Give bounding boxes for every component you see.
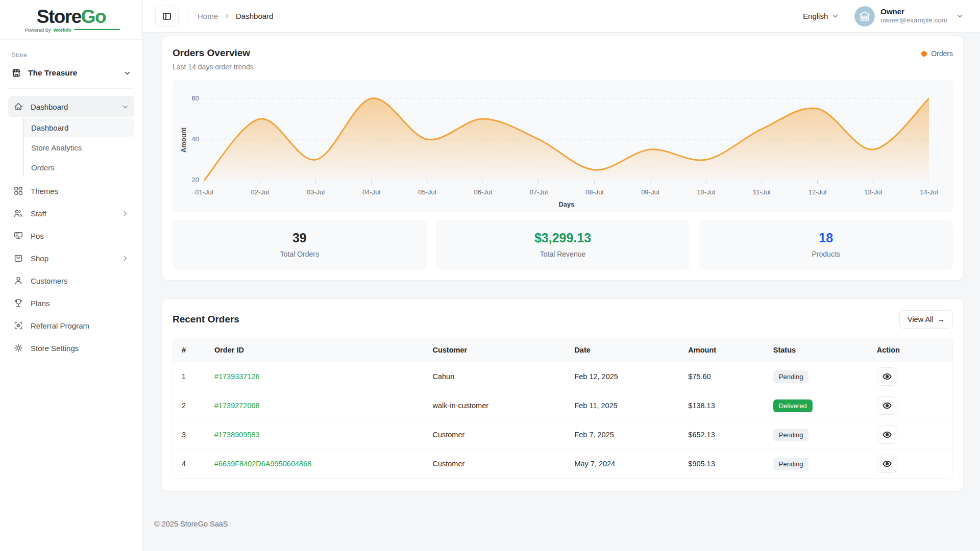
- language-selector[interactable]: English: [803, 12, 839, 20]
- chevron-right-icon: [121, 210, 129, 217]
- chart-legend-orders[interactable]: Orders: [921, 47, 953, 58]
- arrow-right-icon: →: [938, 315, 945, 323]
- sidebar-subitem-store-analytics[interactable]: Store Analytics: [24, 138, 134, 157]
- column-header-order-id: Order ID: [214, 346, 433, 354]
- stat-value: 18: [699, 231, 953, 245]
- y-axis-tick-label: 60: [175, 94, 199, 102]
- sidebar-panel-icon: [162, 11, 172, 21]
- sidebar-item-label: Referral Program: [31, 321, 89, 330]
- x-axis-tick-label: 10-Jul: [697, 188, 715, 196]
- view-order-button[interactable]: [877, 396, 897, 415]
- x-axis-tick-label: 14-Jul: [920, 188, 938, 196]
- customer-cell: Customer: [432, 460, 574, 468]
- sidebar-item-plans[interactable]: Plans: [8, 292, 134, 314]
- status-badge: Pending: [773, 370, 809, 383]
- x-axis-title: Days: [204, 201, 929, 208]
- x-axis-tick-label: 03-Jul: [307, 188, 325, 196]
- topbar-divider: [188, 10, 188, 23]
- x-axis-tick-label: 06-Jul: [474, 188, 492, 196]
- view-order-button[interactable]: [877, 425, 897, 444]
- eye-icon: [882, 459, 892, 469]
- topbar: Home Dashboard English Owner owner@examp…: [143, 0, 980, 33]
- pos-icon: [13, 231, 23, 241]
- order-id-link[interactable]: #1739272068: [214, 402, 260, 410]
- profile-menu[interactable]: Owner owner@example.com: [854, 6, 964, 27]
- gear-icon: [13, 343, 23, 353]
- sidebar-item-label: Themes: [31, 187, 58, 195]
- chevron-right-icon: [121, 255, 129, 262]
- orders-table: #Order IDCustomerDateAmountStatusAction …: [173, 338, 953, 479]
- table-row: 1#1739337126CahunFeb 12, 2025$75.60Pendi…: [173, 362, 952, 391]
- sidebar-item-themes[interactable]: Themes: [8, 180, 134, 202]
- brand-tagline: Powered ByWorkdo: [23, 27, 120, 33]
- y-axis-tick-label: 40: [175, 135, 199, 143]
- stat-value: $3,299.13: [436, 231, 690, 245]
- status-badge: Pending: [773, 458, 809, 470]
- sidebar-item-store-settings[interactable]: Store Settings: [8, 337, 134, 359]
- amount-cell: $138.13: [688, 402, 773, 410]
- sidebar-logo[interactable]: StoreGo Powered ByWorkdo: [0, 0, 142, 40]
- stat-total-revenue: $3,299.13 Total Revenue: [436, 220, 690, 270]
- sidebar-item-customers[interactable]: Customers: [8, 270, 134, 291]
- chevron-down-icon: [124, 69, 131, 77]
- eye-icon: [882, 430, 892, 440]
- store-selector[interactable]: The Treasure: [8, 66, 134, 89]
- chevron-down-icon: [121, 103, 129, 111]
- column-header-amount: Amount: [688, 346, 773, 354]
- eye-icon: [882, 371, 892, 382]
- date-cell: Feb 11, 2025: [574, 402, 688, 410]
- table-row: 3#1738909583CustomerFeb 7, 2025$652.13Pe…: [173, 420, 952, 449]
- sidebar-item-shop[interactable]: Shop: [8, 247, 134, 269]
- stats-row: 39 Total Orders $3,299.13 Total Revenue …: [173, 220, 953, 270]
- user-email: owner@example.com: [880, 16, 947, 25]
- view-all-label: View All: [908, 315, 934, 323]
- view-order-button[interactable]: [877, 367, 897, 386]
- row-number: 4: [173, 460, 214, 468]
- column-header-customer: Customer: [432, 346, 574, 354]
- footer-copyright: © 2025 StoreGo SaaS: [154, 520, 964, 535]
- chevron-right-icon: [223, 12, 231, 20]
- user-name: Owner: [880, 7, 947, 17]
- stat-total-orders: 39 Total Orders: [173, 220, 427, 270]
- orders-chart-area: Amount 604020 01-Jul02-Jul03-Jul04-Jul05…: [173, 80, 953, 212]
- sidebar-nav: DashboardDashboardStore AnalyticsOrdersT…: [8, 96, 134, 359]
- x-axis-tick-label: 12-Jul: [808, 188, 826, 196]
- sidebar-item-referral-program[interactable]: Referral Program: [8, 315, 134, 336]
- trophy-icon: [13, 298, 23, 308]
- language-label: English: [803, 12, 828, 20]
- sidebar-toggle-button[interactable]: [155, 6, 179, 27]
- sidebar-item-label: Store Settings: [31, 344, 79, 353]
- sidebar-subitem-orders[interactable]: Orders: [24, 158, 134, 177]
- target-icon: [13, 320, 23, 331]
- orders-area-chart: [204, 88, 929, 185]
- view-order-button[interactable]: [877, 455, 897, 473]
- orders-overview-subtitle: Last 14 days order trends: [173, 63, 254, 71]
- sidebar-subitem-dashboard[interactable]: Dashboard: [24, 118, 134, 137]
- amount-cell: $652.13: [688, 431, 773, 439]
- main-content: Orders Overview Last 14 days order trend…: [143, 33, 980, 551]
- date-cell: Feb 12, 2025: [574, 372, 688, 381]
- legend-dot-icon: [921, 51, 927, 57]
- column-header-date: Date: [574, 346, 688, 354]
- stat-value: 39: [173, 231, 427, 245]
- sidebar-section-label: Store: [11, 51, 131, 59]
- view-all-button[interactable]: View All →: [899, 310, 953, 329]
- store-name: The Treasure: [28, 68, 78, 78]
- x-axis-tick-label: 04-Jul: [362, 188, 380, 196]
- order-id-link[interactable]: #6639F8402D6A9950604868: [214, 460, 311, 468]
- sidebar-item-pos[interactable]: Pos: [8, 225, 134, 246]
- users-icon: [13, 208, 23, 218]
- recent-orders-card: Recent Orders View All → #Order IDCustom…: [162, 298, 964, 491]
- x-axis-tick-label: 11-Jul: [753, 188, 770, 196]
- order-id-link[interactable]: #1739337126: [214, 372, 260, 381]
- order-id-link[interactable]: #1738909583: [214, 431, 260, 439]
- sidebar-item-staff[interactable]: Staff: [8, 203, 134, 224]
- sidebar-item-label: Customers: [31, 277, 68, 285]
- breadcrumb-home[interactable]: Home: [198, 12, 218, 20]
- amount-cell: $75.60: [688, 372, 773, 381]
- storefront-icon: [11, 68, 21, 78]
- recent-orders-title: Recent Orders: [173, 314, 239, 325]
- brand-logo: StoreGo: [23, 7, 120, 26]
- customer-cell: Cahun: [432, 372, 574, 381]
- sidebar-item-dashboard[interactable]: Dashboard: [8, 96, 134, 117]
